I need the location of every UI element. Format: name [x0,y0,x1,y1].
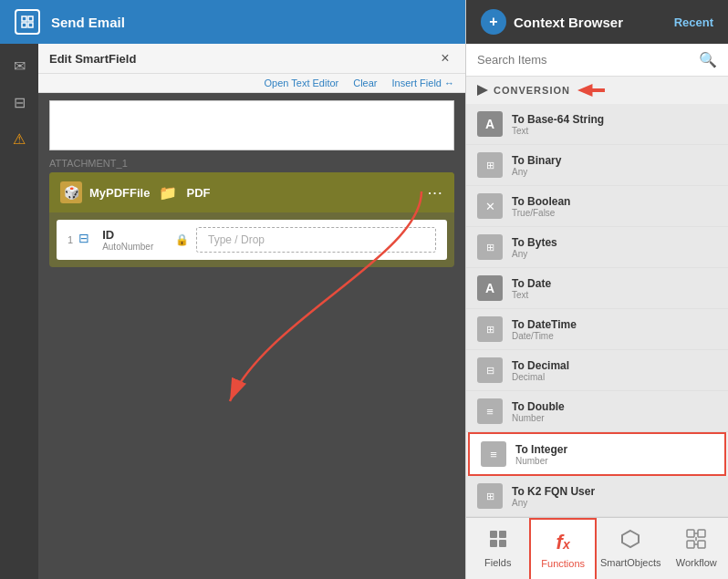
context-browser-title: Context Browser [514,15,623,30]
svg-rect-11 [687,530,694,537]
tab-fields-label: Fields [484,557,511,568]
clear-link[interactable]: Clear [353,78,377,88]
item-text-binary: To Binary Any [512,154,561,177]
svg-rect-13 [687,541,694,548]
edit-smartfield-bar: Edit SmartField × [38,44,465,74]
item-text-integer: To Integer Number [515,443,567,466]
smartfield-name: MyPDFFile [89,186,150,200]
item-text-date: To Date Text [512,277,551,300]
left-title: Send Email [51,15,125,30]
drop-zone[interactable]: Type / Drop [196,227,436,253]
right-panel: + Context Browser Recent 🔍 CONVERSION A … [465,0,728,579]
section-label: CONVERSION [494,85,570,96]
item-text-datetime: To DateTime Date/Time [512,318,577,341]
item-icon-base64: A [477,111,503,137]
close-button[interactable]: × [436,49,454,67]
cube-icon: 🎲 [60,181,82,203]
folder-icon: 📁 [157,181,179,203]
list-icon[interactable]: ⊟ [5,88,34,117]
text-editor-area[interactable] [49,100,454,150]
svg-rect-8 [490,540,497,547]
list-item-integer[interactable]: ≡ To Integer Number [468,432,726,476]
item-text-base64: To Base-64 String Text [512,113,604,136]
item-icon-double: ≡ [477,398,503,424]
functions-icon: fx [556,531,570,554]
workflow-icon [686,529,706,553]
context-plus-icon[interactable]: + [481,9,506,35]
more-options-button[interactable]: ··· [428,186,443,200]
list-item[interactable]: ⊟ To Decimal Decimal [466,350,728,391]
sidebar-left: ✉ ⊟ ⚠ [0,44,38,579]
svg-rect-7 [499,531,506,538]
svg-rect-6 [490,531,497,538]
svg-rect-3 [28,23,33,27]
item-icon-bytes: ⊞ [477,234,503,260]
open-text-editor-link[interactable]: Open Text Editor [265,78,339,88]
recent-link[interactable]: Recent [674,16,713,29]
svg-marker-5 [477,85,488,96]
tab-fields[interactable]: Fields [466,518,529,579]
tab-workflow[interactable]: Workflow [665,518,728,579]
smartfield-label: ATTACHMENT_1 [38,158,465,172]
svg-rect-9 [499,540,506,547]
left-panel: Send Email ✉ ⊟ ⚠ Edit SmartField × Open … [0,0,465,579]
toolbar-bar: Open Text Editor Clear Insert Field ↔ [38,74,465,93]
tab-functions[interactable]: fx Functions [529,518,596,579]
search-bar: 🔍 [466,44,728,77]
svg-rect-1 [28,16,33,21]
svg-marker-10 [622,531,639,547]
svg-rect-14 [698,541,705,548]
svg-rect-0 [22,16,26,21]
list-item[interactable]: ⊞ To Bytes Any [466,227,728,268]
context-list: CONVERSION A To Base-64 String Text ⊞ To… [466,77,728,517]
list-item[interactable]: A To Date Text [466,268,728,309]
tab-smartobjects[interactable]: SmartObjects [597,518,665,579]
item-icon-binary: ⊞ [477,152,503,178]
tab-workflow-label: Workflow [676,557,717,568]
list-item[interactable]: ⊞ To Binary Any [466,145,728,186]
field-number: 1 [68,234,73,245]
expand-icon[interactable] [15,9,40,35]
left-header: Send Email [0,0,465,44]
field-type-label: AutoNumber [102,242,153,252]
field-id-label: ID [102,228,153,242]
item-text-k2fqn: To K2 FQN User Any [512,485,595,508]
list-item[interactable]: ✕ To Boolean True/False [466,186,728,227]
insert-field-link[interactable]: Insert Field ↔ [392,78,454,88]
svg-rect-12 [698,530,705,537]
svg-rect-2 [22,23,26,27]
list-item[interactable]: A To Base-64 String Text [466,104,728,145]
item-icon-date: A [477,275,503,301]
field-list-icon: ⊟ [78,231,97,249]
search-input[interactable] [477,53,699,67]
smartobjects-icon [620,529,640,553]
smartfield-header: 🎲 MyPDFFile 📁 PDF ··· [49,172,454,212]
item-icon-boolean: ✕ [477,193,503,219]
arrow-indicator [577,84,605,97]
item-text-bytes: To Bytes Any [512,236,557,259]
email-icon[interactable]: ✉ [5,51,34,80]
smartfield-field-row: 1 ⊟ ID AutoNumber 🔒 Type / Drop [57,220,447,260]
tab-functions-label: Functions [541,558,585,569]
item-icon-k2fqn: ⊞ [477,483,503,509]
field-id-block: 1 ⊟ ID AutoNumber [68,228,168,252]
drop-placeholder: Type / Drop [208,233,265,246]
tab-smartobjects-label: SmartObjects [600,557,661,568]
edit-smartfield-title: Edit SmartField [49,52,136,66]
warning-icon[interactable]: ⚠ [5,124,34,153]
item-icon-decimal: ⊟ [477,357,503,383]
item-text-double: To Double Number [512,400,565,423]
collapse-icon[interactable] [477,85,488,96]
tab-bar: Fields fx Functions SmartObjects [466,517,728,579]
context-header: + Context Browser Recent [466,0,728,44]
search-icon[interactable]: 🔍 [699,51,717,68]
item-text-boolean: To Boolean True/False [512,195,570,218]
item-icon-integer: ≡ [481,441,506,467]
pdf-label: PDF [186,186,210,200]
conversion-section-header: CONVERSION [466,77,728,104]
list-item[interactable]: ⊞ To K2 FQN User Any [466,476,728,517]
list-item[interactable]: ⊞ To DateTime Date/Time [466,309,728,350]
list-item[interactable]: ≡ To Double Number [466,391,728,432]
lock-icon: 🔒 [175,233,189,246]
smartfield-box: 🎲 MyPDFFile 📁 PDF ··· 1 ⊟ ID AutoNumber … [49,172,454,267]
